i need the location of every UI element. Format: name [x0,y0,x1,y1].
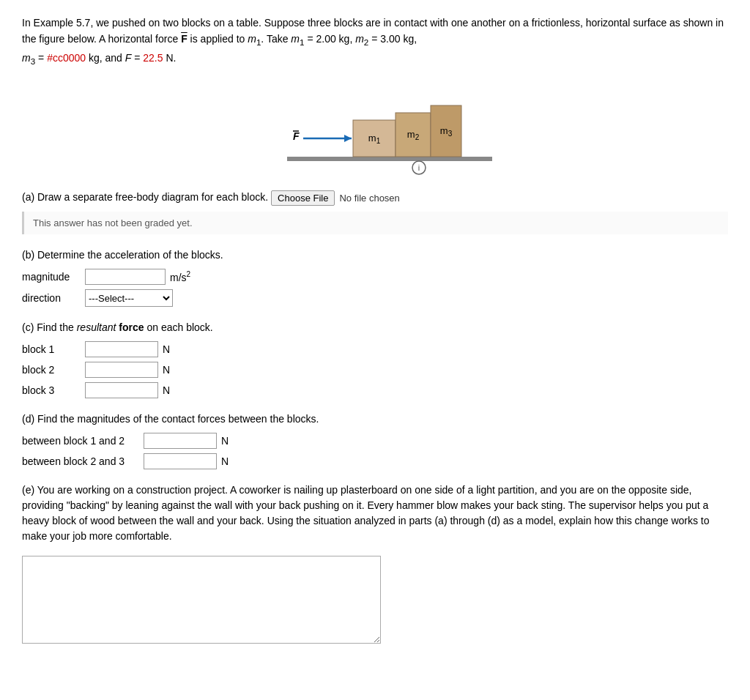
between12-unit: N [221,435,229,447]
between23-row: between block 2 and 3 N [22,453,728,469]
part-a-label: (a) Draw a separate free-body diagram fo… [22,190,728,206]
between23-unit: N [221,455,229,467]
between12-row: between block 1 and 2 N [22,433,728,449]
block2-row: block 2 N [22,362,728,378]
magnitude-input[interactable] [85,269,166,285]
direction-select[interactable]: ---Select--- positive x negative x [85,289,173,307]
block1-label: block 1 [22,343,81,355]
block3-label: block 3 [22,384,81,396]
block2-label: block 2 [22,364,81,376]
intro-paragraph: In Example 5.7, we pushed on two blocks … [22,15,728,68]
magnitude-unit: m/s2 [170,270,190,283]
part-a: (a) Draw a separate free-body diagram fo… [22,190,728,234]
between23-input[interactable] [144,453,217,469]
block-inputs-c: block 1 N block 2 N block 3 N [22,341,728,398]
part-e: (e) You are working on a construction pr… [22,483,728,646]
part-d-label: (d) Find the magnitudes of the contact f… [22,412,728,427]
block1-row: block 1 N [22,341,728,357]
physics-figure: F m1 m2 m3 i [243,80,507,175]
block2-unit: N [163,364,170,376]
force-label: F [293,130,300,142]
figure-container: F m1 m2 m3 i [22,80,728,175]
part-c-label: (c) Find the resultant force on each blo… [22,320,728,335]
block1-input[interactable] [85,341,158,357]
intro-text-1: In Example 5.7, we pushed on two blocks … [22,17,724,45]
direction-row: direction ---Select--- positive x negati… [22,289,728,307]
table-surface [287,157,492,161]
block3-unit: N [163,384,170,396]
part-e-textarea[interactable] [22,556,381,644]
magnitude-label: magnitude [22,271,81,283]
part-b-label: (b) Determine the acceleration of the bl… [22,247,728,263]
magnitude-row: magnitude m/s2 [22,269,728,285]
force-arrowhead [344,135,352,142]
part-c: (c) Find the resultant force on each blo… [22,320,728,398]
between12-label: between block 1 and 2 [22,435,139,447]
choose-file-button[interactable]: Choose File [271,190,335,206]
graded-message: This answer has not been graded yet. [22,212,728,234]
block3-row: block 3 N [22,382,728,398]
info-icon-text: i [418,163,420,172]
between12-input[interactable] [144,433,217,449]
part-b: (b) Determine the acceleration of the bl… [22,247,728,307]
no-file-text: No file chosen [339,191,399,206]
between23-label: between block 2 and 3 [22,455,139,467]
block1-unit: N [163,343,170,355]
direction-label: direction [22,292,81,304]
intro-text-2: m3 = #cc0000 kg, and F = 22.5 N. [22,52,176,64]
part-e-label: (e) You are working on a construction pr… [22,483,728,544]
part-d: (d) Find the magnitudes of the contact f… [22,412,728,469]
block2-input[interactable] [85,362,158,378]
block3-input[interactable] [85,382,158,398]
